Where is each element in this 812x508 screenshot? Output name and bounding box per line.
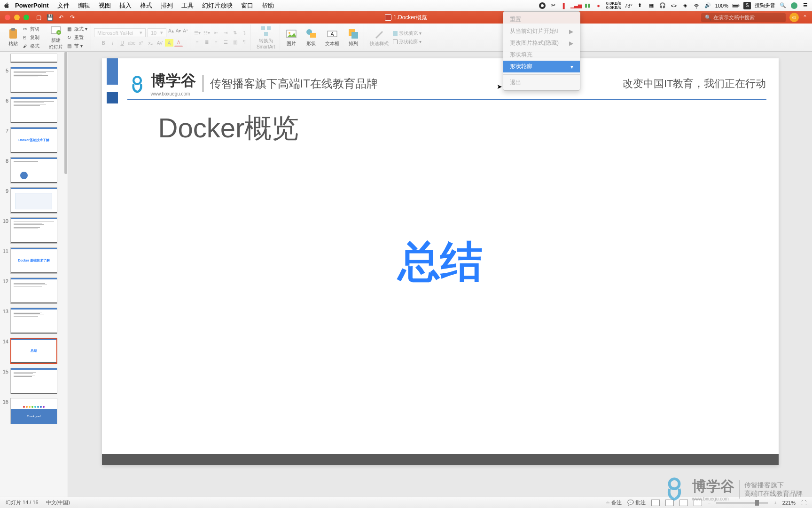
- control-center-icon[interactable]: ☰: [802, 2, 809, 9]
- numbering-icon[interactable]: ☷▾: [203, 29, 211, 37]
- minimize-window-button[interactable]: [14, 15, 20, 20]
- dot-icon[interactable]: ●: [595, 2, 602, 9]
- headphones-icon[interactable]: 🎧: [659, 2, 666, 9]
- clear-format-icon[interactable]: Aˣ: [183, 28, 188, 37]
- copy-button[interactable]: ⎘复制: [22, 34, 41, 41]
- menu-window[interactable]: 窗口: [241, 1, 253, 10]
- align-text-icon[interactable]: ¶: [240, 39, 249, 46]
- font-color-icon[interactable]: A: [174, 39, 183, 47]
- battery-icon[interactable]: [732, 2, 740, 9]
- ctx-item-shape-outline[interactable]: 形状轮廓▾: [503, 61, 580, 72]
- font-size-combo[interactable]: 10▾: [148, 28, 166, 37]
- section-button[interactable]: ▤节 ▾: [66, 42, 89, 50]
- columns-icon[interactable]: ▥: [231, 39, 239, 46]
- spotlight-icon[interactable]: 🔍: [779, 2, 787, 9]
- thumb-5[interactable]: 5: [0, 67, 68, 93]
- bullets-icon[interactable]: ☰▾: [193, 29, 202, 37]
- subscript-icon[interactable]: x₂: [146, 39, 155, 47]
- format-painter-button[interactable]: 🖌格式: [22, 42, 41, 50]
- align-left-icon[interactable]: ≡: [193, 39, 202, 46]
- thumb-13[interactable]: 13: [0, 308, 68, 334]
- cut-button[interactable]: ✂剪切: [22, 25, 41, 33]
- ime-icon[interactable]: S: [743, 2, 751, 9]
- wifi-icon[interactable]: [693, 2, 700, 9]
- thumb-12[interactable]: 12: [0, 278, 68, 304]
- upload-icon[interactable]: ⬆: [636, 2, 644, 9]
- text-dir-icon[interactable]: ⤵: [240, 29, 249, 37]
- slide-title[interactable]: Docker概览: [158, 110, 299, 147]
- thumb-10[interactable]: 10: [0, 217, 68, 244]
- search-box[interactable]: 🔍 在演示文稿中搜索: [701, 13, 786, 22]
- ctx-item-play-from-current[interactable]: 从当前幻灯片开始\I▶: [503, 25, 580, 37]
- qat-redo-icon[interactable]: ↷: [69, 14, 76, 21]
- shape-button[interactable]: 形状: [303, 27, 320, 48]
- indent-inc-icon[interactable]: ⇥: [221, 29, 230, 37]
- ctx-item-shape-fill[interactable]: 形状填充: [503, 49, 580, 61]
- quickstyle-button[interactable]: 快速样式: [367, 27, 391, 48]
- italic-icon[interactable]: I: [109, 39, 117, 47]
- thumb-11[interactable]: 11 Docker 基础技术了解: [0, 247, 68, 274]
- feedback-button[interactable]: ☺: [789, 13, 799, 22]
- grid-icon[interactable]: ▦: [648, 2, 655, 9]
- bold-icon[interactable]: B: [99, 39, 108, 47]
- reset-button[interactable]: ↻重置: [66, 34, 89, 41]
- menu-format[interactable]: 格式: [140, 1, 152, 10]
- thumb-8[interactable]: 8: [0, 157, 68, 183]
- close-window-button[interactable]: [5, 15, 10, 20]
- qat-undo-icon[interactable]: ↶: [57, 14, 65, 21]
- slide-editor[interactable]: 博学谷 www.boxuegu.com 传智播客旗下高端IT在线教育品牌 改变中…: [68, 52, 812, 497]
- menu-arrange[interactable]: 排列: [161, 1, 173, 10]
- thumb-9[interactable]: 9: [0, 187, 68, 214]
- increase-font-icon[interactable]: A▴: [168, 28, 174, 37]
- volume-icon[interactable]: 🔊: [704, 2, 711, 9]
- qat-save-icon[interactable]: 💾: [46, 14, 54, 21]
- picture-button[interactable]: 图片: [283, 27, 300, 48]
- menu-edit[interactable]: 编辑: [78, 1, 90, 10]
- indent-dec-icon[interactable]: ⇤: [212, 29, 220, 37]
- code-icon[interactable]: <>: [670, 2, 678, 9]
- thumbnail-scrollbar[interactable]: [64, 52, 68, 497]
- diamond-icon[interactable]: ◈: [681, 2, 689, 9]
- convert-smartart-button[interactable]: 转换为 SmartArt: [254, 24, 278, 50]
- menu-insert[interactable]: 插入: [119, 1, 132, 10]
- bars-icon[interactable]: ▮▮: [584, 2, 591, 9]
- maximize-window-button[interactable]: [23, 15, 29, 20]
- notes-button[interactable]: ≐ 备注: [606, 499, 622, 506]
- scissors-icon[interactable]: ✂: [550, 2, 557, 9]
- comments-button[interactable]: 💬 批注: [627, 499, 646, 506]
- shape-fill-button[interactable]: 形状填充 ▾: [391, 30, 423, 37]
- siri-icon[interactable]: [790, 2, 798, 9]
- thumb-16[interactable]: 16 Thank you!: [0, 398, 68, 424]
- slide-canvas[interactable]: 博学谷 www.boxuegu.com 传智播客旗下高端IT在线教育品牌 改变中…: [102, 58, 779, 465]
- obs-icon[interactable]: [539, 2, 546, 9]
- shape-outline-button[interactable]: 形状轮廓 ▾: [391, 38, 423, 46]
- thumb-6[interactable]: 6: [0, 97, 68, 123]
- menu-help[interactable]: 帮助: [262, 1, 274, 10]
- arrange-button[interactable]: 排列: [345, 27, 362, 48]
- thumb-15[interactable]: 15: [0, 368, 68, 394]
- thumb-14[interactable]: 14 总结: [0, 338, 68, 364]
- menu-slideshow[interactable]: 幻灯片放映: [202, 1, 233, 10]
- ime-name[interactable]: 搜狗拼音: [755, 2, 775, 9]
- textbox-button[interactable]: A 文本框: [322, 27, 342, 48]
- align-right-icon[interactable]: ≡: [212, 39, 220, 46]
- graph-icon[interactable]: ▁▃▅: [572, 2, 580, 9]
- menu-tools[interactable]: 工具: [181, 1, 194, 10]
- ctx-item-change-picture[interactable]: 更改图片格式(隐藏)▶: [503, 37, 580, 49]
- align-justify-icon[interactable]: ☰: [221, 39, 230, 46]
- thumb-4-partial[interactable]: [0, 54, 68, 63]
- ribbon-toggle-icon[interactable]: ⌃: [803, 14, 807, 21]
- thumb-7[interactable]: 7 Docker基础技术了解: [0, 127, 68, 153]
- qat-home-icon[interactable]: ▢: [35, 14, 42, 21]
- strike-icon[interactable]: abc: [127, 39, 136, 47]
- paste-button[interactable]: 粘贴: [5, 27, 22, 48]
- slide-center-text[interactable]: 总结: [398, 233, 483, 291]
- align-center-icon[interactable]: ≣: [203, 39, 211, 46]
- line-spacing-icon[interactable]: ⇅: [231, 29, 239, 37]
- highlight-icon[interactable]: A: [165, 39, 173, 47]
- language-indicator[interactable]: 中文(中国): [46, 499, 70, 506]
- superscript-icon[interactable]: x²: [137, 39, 145, 47]
- menu-file[interactable]: 文件: [57, 1, 70, 10]
- flag-icon[interactable]: ▌: [561, 2, 569, 9]
- decrease-font-icon[interactable]: A▾: [176, 28, 181, 37]
